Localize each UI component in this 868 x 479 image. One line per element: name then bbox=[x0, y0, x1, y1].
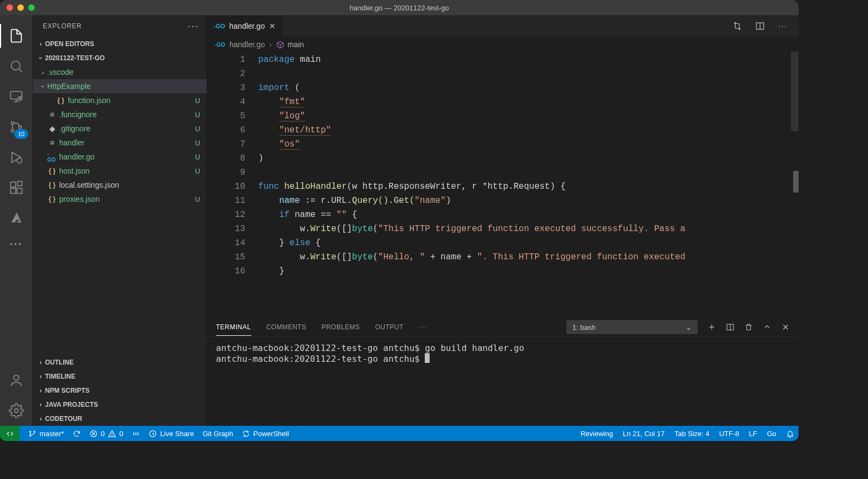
activity-source-control[interactable]: 10 bbox=[0, 112, 33, 142]
svg-point-11 bbox=[17, 158, 22, 163]
panel-tab-more[interactable]: ··· bbox=[419, 323, 427, 331]
file-local-settings-json[interactable]: { }local.settings.json bbox=[33, 178, 207, 192]
svg-line-1 bbox=[19, 69, 22, 72]
svg-point-10 bbox=[18, 125, 21, 128]
close-panel-icon[interactable] bbox=[781, 323, 790, 331]
status-tab-size[interactable]: Tab Size: 4 bbox=[674, 430, 709, 438]
minimap-scrollbar[interactable] bbox=[791, 52, 799, 317]
activity-bar: 10 ••• bbox=[0, 15, 33, 426]
section-java-projects[interactable]: ›JAVA PROJECTS bbox=[33, 398, 207, 412]
section-codetour[interactable]: ›CODETOUR bbox=[33, 412, 207, 426]
symbol-package-icon bbox=[276, 41, 284, 49]
svg-point-34 bbox=[136, 433, 137, 435]
split-terminal-icon[interactable] bbox=[726, 323, 735, 331]
file--gitignore[interactable]: ◆.gitignoreU bbox=[33, 122, 207, 136]
window-traffic-lights[interactable] bbox=[7, 4, 35, 11]
panel-tab-comments[interactable]: COMMENTS bbox=[266, 323, 307, 331]
status-notifications[interactable] bbox=[786, 430, 794, 438]
window-titlebar: handler.go — 20201122-test-go bbox=[0, 0, 799, 15]
breadcrumb-file[interactable]: handler.go bbox=[229, 40, 265, 49]
status-debug-target[interactable] bbox=[132, 430, 140, 438]
remote-icon bbox=[9, 89, 24, 104]
status-branch[interactable]: master* bbox=[28, 430, 64, 438]
file--funcignore[interactable]: ≡.funcignoreU bbox=[33, 107, 207, 122]
activity-more[interactable]: ••• bbox=[0, 233, 33, 255]
panel-tab-terminal[interactable]: TERMINAL bbox=[216, 323, 251, 336]
svg-point-16 bbox=[14, 375, 18, 380]
breadcrumb[interactable]: -GO handler.go › main bbox=[207, 37, 799, 52]
terminal[interactable]: antchu-macbook:20201122-test-go antchu$ … bbox=[207, 337, 799, 426]
remote-indicator[interactable] bbox=[0, 426, 20, 441]
activity-run-debug[interactable] bbox=[0, 142, 33, 173]
status-cursor-position[interactable]: Ln 21, Col 17 bbox=[623, 430, 665, 438]
section-workspace[interactable]: › 20201122-TEST-GO bbox=[33, 51, 207, 65]
explorer-sidebar: EXPLORER ··· › OPEN EDITORS › 20201122-T… bbox=[33, 15, 207, 426]
breadcrumb-separator: › bbox=[269, 40, 272, 49]
panel-tab-output[interactable]: OUTPUT bbox=[375, 323, 403, 331]
folder-httpexample[interactable]: ›HttpExample bbox=[33, 79, 207, 93]
file-handler-go[interactable]: -GOhandler.goU bbox=[33, 150, 207, 164]
terminal-select[interactable]: 1: bash ⌄ bbox=[566, 320, 698, 334]
status-encoding[interactable]: UTF-8 bbox=[719, 430, 739, 438]
kill-terminal-icon[interactable] bbox=[744, 323, 753, 331]
activity-explorer[interactable] bbox=[0, 21, 33, 51]
svg-point-0 bbox=[11, 61, 20, 70]
tab-close-button[interactable]: ✕ bbox=[269, 22, 276, 30]
code-editor[interactable]: package main import ( "fmt" "log" "net/h… bbox=[258, 52, 799, 317]
new-terminal-icon[interactable] bbox=[707, 323, 716, 331]
svg-rect-14 bbox=[17, 188, 22, 193]
file-handler[interactable]: ≡handlerU bbox=[33, 136, 207, 150]
status-eol[interactable]: LF bbox=[749, 430, 757, 438]
sidebar-title: EXPLORER bbox=[43, 22, 82, 30]
search-icon bbox=[9, 59, 24, 74]
minimize-window-button[interactable] bbox=[17, 4, 24, 11]
status-problems[interactable]: 0 0 bbox=[90, 430, 123, 438]
compare-changes-icon[interactable] bbox=[732, 21, 742, 31]
status-sync[interactable] bbox=[73, 430, 81, 438]
line-number-gutter: 1 2 3 4 5 6 7 8 9 10 11 12 13 14 15 16 bbox=[207, 52, 258, 317]
activity-azure[interactable] bbox=[0, 203, 33, 233]
svg-point-17 bbox=[15, 409, 18, 413]
section-open-editors[interactable]: › OPEN EDITORS bbox=[33, 37, 207, 51]
extensions-icon bbox=[9, 180, 24, 195]
tab-handler-go[interactable]: -GO handler.go ✕ bbox=[207, 15, 283, 37]
refresh-icon bbox=[242, 430, 250, 438]
section-timeline[interactable]: ›TIMELINE bbox=[33, 369, 207, 384]
folder--vscode[interactable]: ›.vscode bbox=[33, 65, 207, 79]
status-git-graph[interactable]: Git Graph bbox=[202, 430, 233, 438]
panel-tab-problems[interactable]: PROBLEMS bbox=[322, 323, 360, 331]
activity-settings[interactable] bbox=[0, 395, 33, 426]
status-reviewing[interactable]: Reviewing bbox=[580, 430, 613, 438]
status-bar: master* 0 0 Live Share Git Graph PowerSh… bbox=[0, 426, 799, 441]
editor-more-button[interactable]: ··· bbox=[778, 22, 788, 30]
scm-badge: 10 bbox=[14, 129, 28, 139]
file-proxies-json[interactable]: { }proxies.jsonU bbox=[33, 192, 207, 206]
section-npm-scripts[interactable]: ›NPM SCRIPTS bbox=[33, 384, 207, 398]
warning-icon bbox=[108, 430, 116, 438]
sync-icon bbox=[73, 430, 81, 438]
maximize-panel-icon[interactable] bbox=[763, 323, 771, 331]
sidebar-more-button[interactable]: ··· bbox=[188, 21, 199, 32]
status-live-share[interactable]: Live Share bbox=[149, 430, 194, 438]
activity-extensions[interactable] bbox=[0, 173, 33, 203]
status-powershell[interactable]: PowerShell bbox=[242, 430, 289, 438]
section-outline[interactable]: ›OUTLINE bbox=[33, 355, 207, 369]
status-language[interactable]: Go bbox=[767, 430, 776, 438]
live-share-icon bbox=[149, 430, 157, 438]
breadcrumb-symbol[interactable]: main bbox=[288, 40, 304, 49]
broadcast-icon bbox=[132, 430, 140, 438]
zoom-window-button[interactable] bbox=[28, 4, 35, 11]
file-function-json[interactable]: { }function.jsonU bbox=[33, 93, 207, 107]
account-icon bbox=[9, 373, 24, 388]
go-file-icon: -GO bbox=[214, 23, 225, 29]
split-editor-icon[interactable] bbox=[755, 21, 765, 31]
scrollbar-thumb[interactable] bbox=[793, 171, 799, 193]
file-host-json[interactable]: { }host.jsonU bbox=[33, 164, 207, 178]
file-tree: ›.vscode›HttpExample{ }function.jsonU≡.f… bbox=[33, 65, 207, 208]
chevron-down-icon: ⌄ bbox=[686, 323, 692, 331]
activity-search[interactable] bbox=[0, 51, 33, 81]
close-window-button[interactable] bbox=[7, 4, 13, 11]
gear-icon bbox=[9, 403, 24, 418]
activity-accounts[interactable] bbox=[0, 365, 33, 395]
activity-remote-explorer[interactable] bbox=[0, 81, 33, 112]
